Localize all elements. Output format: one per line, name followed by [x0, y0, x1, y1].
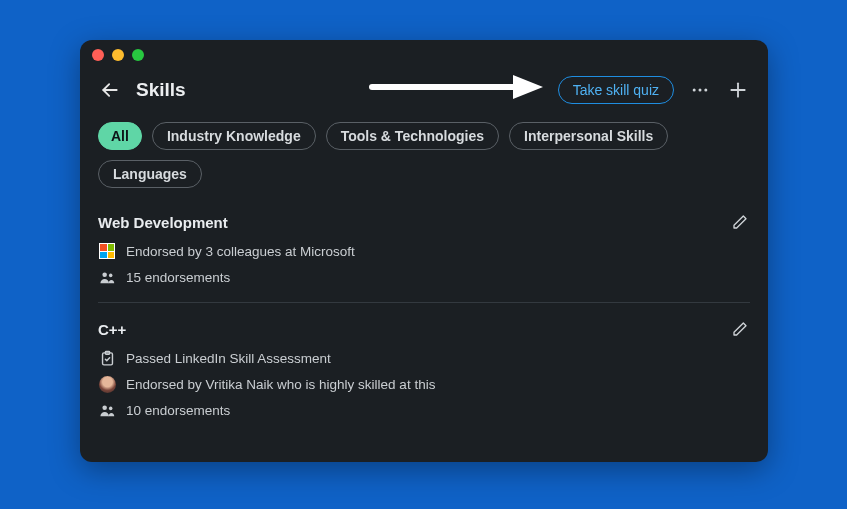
svg-point-3 [704, 89, 707, 92]
skills-list: Web DevelopmentEndorsed by 3 colleagues … [80, 202, 768, 453]
filter-chip-industry-knowledge[interactable]: Industry Knowledge [152, 122, 316, 150]
arrow-left-icon [100, 80, 120, 100]
people-icon [98, 268, 116, 286]
skill-detail-row: Passed LinkedIn Skill Assessment [98, 349, 750, 367]
skill-detail-row: Endorsed by Vritika Naik who is highly s… [98, 375, 750, 393]
minimize-window-button[interactable] [112, 49, 124, 61]
skill-detail-row: 10 endorsements [98, 401, 750, 419]
skill-detail-text: 10 endorsements [126, 403, 230, 418]
skill-header: Web Development [98, 212, 750, 232]
people-icon [98, 401, 116, 419]
page-title: Skills [136, 79, 186, 101]
maximize-window-button[interactable] [132, 49, 144, 61]
skill-detail-row: 15 endorsements [98, 268, 750, 286]
filter-chip-languages[interactable]: Languages [98, 160, 202, 188]
ellipsis-icon [690, 80, 710, 100]
svg-point-7 [108, 273, 112, 277]
page-header: Skills Take skill quiz [80, 70, 768, 114]
back-button[interactable] [98, 78, 122, 102]
skill-detail-text: 15 endorsements [126, 270, 230, 285]
svg-point-10 [102, 405, 107, 410]
filter-chips: AllIndustry KnowledgeTools & Technologie… [80, 114, 768, 202]
svg-point-11 [108, 406, 112, 410]
plus-icon [728, 80, 748, 100]
svg-point-1 [693, 89, 696, 92]
titlebar [80, 40, 768, 70]
microsoft-logo [98, 242, 116, 260]
skill-detail-row: Endorsed by 3 colleagues at Microsoft [98, 242, 750, 260]
clipboard-check-icon [98, 349, 116, 367]
edit-skill-button[interactable] [730, 212, 750, 232]
skill-detail-text: Endorsed by Vritika Naik who is highly s… [126, 377, 435, 392]
take-skill-quiz-button[interactable]: Take skill quiz [558, 76, 674, 104]
close-window-button[interactable] [92, 49, 104, 61]
avatar [98, 375, 116, 393]
skill-detail-text: Endorsed by 3 colleagues at Microsoft [126, 244, 355, 259]
skill-header: C++ [98, 319, 750, 339]
filter-chip-tools-technologies[interactable]: Tools & Technologies [326, 122, 499, 150]
skill-detail-text: Passed LinkedIn Skill Assessment [126, 351, 331, 366]
filter-chip-interpersonal-skills[interactable]: Interpersonal Skills [509, 122, 668, 150]
skill-item: C++Passed LinkedIn Skill AssessmentEndor… [98, 302, 750, 435]
svg-point-2 [699, 89, 702, 92]
edit-skill-button[interactable] [730, 319, 750, 339]
skill-name: Web Development [98, 214, 228, 231]
add-skill-button[interactable] [726, 78, 750, 102]
svg-point-6 [102, 272, 107, 277]
app-window: Skills Take skill quiz AllIndustry Knowl… [80, 40, 768, 462]
microsoft-logo-icon [99, 243, 115, 259]
pencil-icon [732, 214, 748, 230]
avatar-icon [99, 376, 116, 393]
pencil-icon [732, 321, 748, 337]
filter-chip-all[interactable]: All [98, 122, 142, 150]
skill-name: C++ [98, 321, 126, 338]
skill-item: Web DevelopmentEndorsed by 3 colleagues … [98, 202, 750, 302]
more-options-button[interactable] [688, 78, 712, 102]
